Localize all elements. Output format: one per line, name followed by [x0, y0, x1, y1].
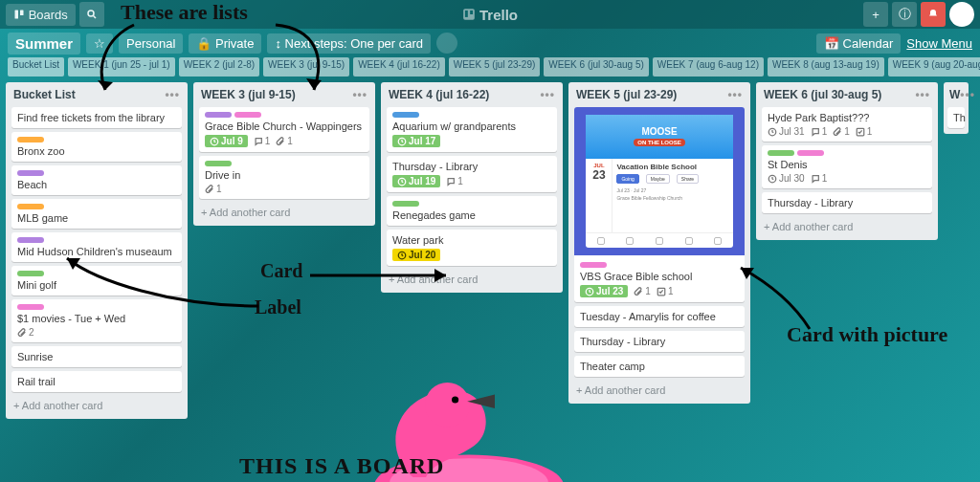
list-menu-icon[interactable]: ••• — [540, 88, 555, 101]
card-title: Thursday - Library — [768, 197, 926, 208]
card[interactable]: Mini golf — [11, 266, 182, 296]
tab[interactable]: WEEK 1 (jun 25 - jul 1) — [68, 57, 175, 77]
tab[interactable]: WEEK 4 (jul 16-22) — [353, 57, 445, 77]
add-card-button[interactable]: + Add another card — [387, 270, 557, 287]
card[interactable]: Rail trail — [11, 371, 182, 392]
member-avatar[interactable] — [436, 33, 457, 54]
tab[interactable]: WEEK 7 (aug 6-aug 12) — [653, 57, 764, 77]
logo-text: Trello — [479, 7, 518, 23]
list-header: Bucket List ••• — [11, 88, 182, 103]
card-labels — [768, 150, 926, 156]
list-title: WEEK 6 (jul 30-aug 5) — [764, 88, 881, 101]
powerup-chip[interactable]: ↕ Next steps: One per card — [267, 33, 431, 54]
card[interactable]: Beach — [11, 165, 182, 195]
card[interactable]: Thursday - Library — [762, 192, 932, 213]
card[interactable]: Water park Jul 20 — [387, 230, 557, 266]
list: WEEK 5 (jul 23-29) ••• MOOSEON THE LOOSE… — [568, 82, 750, 404]
search-button[interactable] — [79, 2, 104, 27]
info-button[interactable]: ⓘ — [892, 2, 917, 27]
badge: Jul 23 — [580, 285, 628, 297]
show-menu-button[interactable]: Show Menu — [906, 36, 972, 51]
user-avatar[interactable] — [949, 2, 974, 27]
card[interactable]: Find free tickets from the library — [11, 107, 182, 128]
card[interactable]: MOOSEON THE LOOSE JUL23 Vacation Bible S… — [574, 107, 745, 302]
label-orange — [17, 137, 44, 142]
card[interactable]: Th — [947, 107, 965, 128]
tab[interactable]: WEEK 9 (aug 20-aug 26) — [888, 57, 980, 77]
calendar-button[interactable]: 📅 Calendar — [816, 33, 901, 54]
list: WEEK 3 (jul 9-15) •••Grace Bible Church … — [193, 82, 375, 226]
card[interactable]: $1 movies - Tue + Wed 2 — [11, 299, 182, 342]
tab[interactable]: Bucket List — [8, 57, 64, 77]
list-header: WEEK 4 (jul 16-22) ••• — [387, 88, 557, 103]
svg-rect-4 — [463, 9, 475, 20]
card-title: $1 movies - Tue + Wed — [17, 313, 176, 324]
card[interactable]: Thursday - Library — [574, 331, 745, 352]
svg-rect-0 — [15, 11, 19, 19]
card-labels — [392, 112, 551, 118]
tab[interactable]: WEEK 3 (jul 9-15) — [263, 57, 349, 77]
list-menu-icon[interactable]: ••• — [352, 88, 368, 101]
card-title: Mid Hudson Children's museaum — [17, 246, 176, 257]
list-menu-icon[interactable]: ••• — [727, 88, 743, 101]
badge: 1 — [276, 136, 293, 146]
board-title[interactable]: Summer — [8, 33, 80, 55]
list-title: Bucket List — [13, 88, 76, 101]
list-header: WEEK 5 (jul 23-29) ••• — [574, 88, 745, 103]
card-badges: Jul 30 1 — [768, 173, 926, 184]
list-menu-icon[interactable]: ••• — [915, 88, 930, 101]
card[interactable]: Drive in 1 — [199, 156, 369, 199]
tab[interactable]: WEEK 6 (jul 30-aug 5) — [544, 57, 649, 77]
card[interactable]: MLB game — [11, 199, 182, 229]
add-card-button[interactable]: + Add another card — [11, 396, 182, 413]
svg-rect-6 — [470, 11, 473, 14]
create-button[interactable]: + — [863, 2, 888, 27]
add-card-button[interactable]: + Add another card — [199, 203, 369, 220]
card[interactable]: St Denis Jul 30 1 — [762, 145, 932, 188]
card[interactable]: Thursday - Library Jul 19 1 — [387, 156, 557, 192]
badge: 1 — [811, 173, 828, 184]
card[interactable]: Hyde Park Baptist??? Jul 31 1 1 1 — [762, 107, 932, 142]
star-button[interactable]: ☆ — [86, 33, 113, 54]
svg-line-3 — [93, 16, 96, 19]
card[interactable]: Grace Bible Church - Wappingers Jul 9 1 … — [199, 107, 369, 152]
card-labels — [205, 112, 364, 118]
card[interactable]: Bronx zoo — [11, 132, 182, 162]
notifications-button[interactable] — [921, 2, 946, 27]
card[interactable]: Sunrise — [11, 346, 182, 367]
app-header: Boards Trello + ⓘ — [0, 0, 980, 29]
visibility-chip[interactable]: 🔒 Private — [189, 33, 261, 54]
team-chip[interactable]: Personal — [119, 33, 183, 54]
list-menu-icon[interactable]: ••• — [165, 88, 180, 101]
card-title: Mini golf — [17, 279, 176, 291]
card-labels — [392, 201, 551, 207]
card-title: Sunrise — [17, 351, 176, 362]
list-header: WEEK 3 (jul 9-15) ••• — [199, 88, 369, 103]
card-badges: Jul 23 1 1 — [580, 285, 739, 297]
header-right: + ⓘ — [863, 2, 974, 27]
list-menu-icon[interactable]: ••• — [960, 88, 975, 101]
card[interactable]: Renegades game — [387, 196, 557, 226]
add-card-button[interactable]: + Add another card — [762, 217, 932, 234]
card-title: Rail trail — [17, 376, 176, 387]
tab-strip: Bucket List WEEK 1 (jun 25 - jul 1) WEEK… — [0, 57, 980, 78]
card[interactable]: Tuesday - Amarylis for coffee — [574, 306, 745, 327]
tab[interactable]: WEEK 2 (jul 2-8) — [179, 57, 259, 77]
card-title: Theater camp — [580, 361, 739, 372]
card-title: Thursday - Library — [392, 161, 551, 172]
card-title: Tuesday - Amarylis for coffee — [580, 311, 739, 322]
card-labels — [17, 304, 176, 310]
label-orange — [17, 204, 44, 209]
card[interactable]: Mid Hudson Children's museaum — [11, 232, 182, 262]
card[interactable]: Theater camp — [574, 356, 745, 377]
tab[interactable]: WEEK 5 (jul 23-29) — [449, 57, 541, 77]
card[interactable]: Aquarium w/ grandparents Jul 17 — [387, 107, 557, 152]
add-card-button[interactable]: + Add another card — [574, 381, 745, 398]
label-purple — [17, 170, 44, 176]
tab[interactable]: WEEK 8 (aug 13-aug 19) — [768, 57, 884, 77]
card-title: Aquarium w/ grandparents — [392, 120, 551, 132]
card-badges: Jul 9 1 1 — [205, 135, 364, 147]
boards-button[interactable]: Boards — [6, 4, 76, 26]
label-green — [17, 271, 44, 276]
badge: 1 — [634, 286, 651, 296]
